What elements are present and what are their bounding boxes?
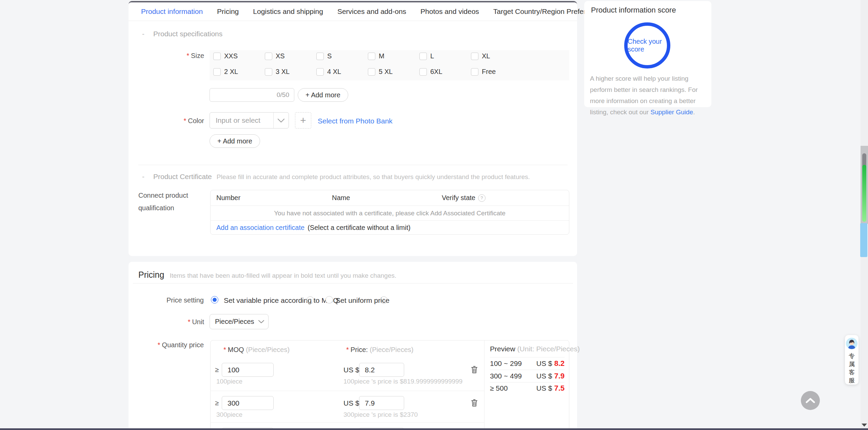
- unit-select[interactable]: Piece/Pieces: [210, 314, 269, 329]
- question-icon[interactable]: ?: [307, 296, 314, 304]
- price-setting-label: Price setting: [150, 296, 204, 304]
- delete-row-icon[interactable]: [471, 399, 478, 407]
- radio-variable-price-label: Set variable price according to MOQ: [224, 296, 338, 305]
- preview-title: Preview (Unit: Piece/Pieces): [490, 345, 580, 353]
- color-select-placeholder: Input or select: [210, 116, 273, 124]
- chevron-down-icon[interactable]: [274, 118, 289, 123]
- certificate-table-footer: Add an association certificate (Select a…: [216, 221, 569, 234]
- supplier-guide-link[interactable]: Supplier Guide: [650, 109, 693, 116]
- radio-uniform-price[interactable]: [326, 296, 333, 304]
- pricing-title: Pricing: [138, 270, 164, 280]
- tab-photos-and-videos[interactable]: Photos and videos: [420, 7, 479, 16]
- price-input-row2[interactable]: [359, 399, 404, 407]
- chevron-down-icon: [254, 320, 268, 324]
- gte-symbol: ≥: [215, 366, 219, 374]
- price-column-header: *Price: (Piece/Pieces): [346, 346, 413, 354]
- size-option-label: 2 XL: [224, 68, 238, 76]
- section-product-specifications: - Product specifications: [142, 30, 222, 38]
- connect-qualification-label: Connect product qualification: [138, 192, 188, 212]
- question-icon[interactable]: ?: [380, 296, 388, 304]
- section-title: Product Certificate: [153, 173, 212, 181]
- char-counter: 0/50: [277, 91, 294, 99]
- size-checkbox-3xl[interactable]: [265, 68, 272, 76]
- custom-size-input-wrap: 0/50: [210, 88, 294, 102]
- preview-tier-price: US $7.5: [536, 384, 565, 393]
- row-divider: [211, 422, 484, 423]
- size-add-more-button[interactable]: + Add more: [298, 88, 348, 102]
- add-association-certificate-link[interactable]: Add an association certificate: [216, 224, 304, 232]
- back-to-top-button[interactable]: [801, 391, 820, 410]
- price-helper-row2: 300piece 's price is $2370: [343, 411, 418, 418]
- pricing-hint: Items that have been auto-filled will ap…: [170, 272, 396, 279]
- required-marker: *: [183, 117, 186, 124]
- size-checkbox-xs[interactable]: [265, 53, 272, 60]
- column-verify-state: Verify state ?: [442, 194, 486, 202]
- moq-input-row1[interactable]: [222, 366, 273, 374]
- scrollbar-thumb-blue[interactable]: [860, 223, 867, 257]
- scroll-progress-green: [862, 165, 866, 222]
- collapse-icon[interactable]: -: [142, 173, 144, 181]
- color-select[interactable]: Input or select: [210, 112, 289, 129]
- moq-input-row1-wrap: [222, 363, 274, 377]
- currency-label: US $: [343, 366, 359, 374]
- size-option-label: XS: [276, 52, 285, 60]
- check-score-label: Check your score: [628, 38, 667, 53]
- size-option-label: S: [327, 52, 332, 60]
- price-input-row1-wrap: [359, 363, 404, 377]
- size-checkbox-xxs[interactable]: [213, 53, 221, 60]
- quantity-price-label: *Quantity price: [150, 341, 204, 349]
- tab-logistics-and-shipping[interactable]: Logistics and shipping: [253, 7, 323, 16]
- preview-tier-range: 300 ~ 499: [490, 372, 522, 380]
- unit-select-value: Piece/Pieces: [210, 318, 254, 326]
- size-field-label: *Size: [157, 52, 204, 60]
- certificate-table-header: Number Name Verify state ?: [211, 190, 569, 206]
- size-option-label: Free: [482, 68, 496, 76]
- score-panel: Product information score Check your sco…: [584, 1, 711, 107]
- delete-row-icon[interactable]: [471, 366, 478, 374]
- header-divider: [133, 283, 573, 284]
- moq-column-header: *MOQ (Piece/Pieces): [223, 346, 290, 354]
- moq-helper-row2: 300piece: [216, 411, 242, 418]
- preview-tier-range: 100 ~ 299: [490, 359, 522, 368]
- tab-services-and-add-ons[interactable]: Services and add-ons: [337, 7, 406, 16]
- scrollbar-down-arrow-icon[interactable]: [862, 424, 867, 427]
- section-title: Product specifications: [153, 30, 222, 38]
- size-checkbox-4xl[interactable]: [316, 68, 324, 76]
- add-certificate-note: (Select a certificate without a limit): [308, 224, 410, 232]
- photo-bank-link[interactable]: Select from Photo Bank: [318, 117, 393, 125]
- size-checkbox-s[interactable]: [316, 53, 324, 60]
- color-add-more-button[interactable]: + Add more: [210, 134, 260, 148]
- pricing-card: Pricing Items that have been auto-filled…: [129, 262, 577, 430]
- custom-size-input[interactable]: [210, 91, 277, 99]
- collapse-icon[interactable]: -: [142, 30, 144, 38]
- radio-variable-price[interactable]: [211, 296, 218, 304]
- unit-field-label: *Unit: [157, 318, 204, 326]
- size-checkbox-2xl[interactable]: [213, 68, 221, 76]
- moq-helper-row1: 100piece: [216, 378, 242, 385]
- size-checkbox-6xl[interactable]: [419, 68, 427, 76]
- pricing-header: Pricing Items that have been auto-filled…: [138, 270, 396, 280]
- size-option-label: XXS: [224, 52, 238, 60]
- size-checkbox-m[interactable]: [368, 53, 375, 60]
- question-icon[interactable]: ?: [478, 194, 486, 202]
- size-option-label: 4 XL: [327, 68, 341, 76]
- size-checkbox-free[interactable]: [471, 68, 478, 76]
- customer-service-widget[interactable]: 专 属 客 服: [845, 335, 859, 385]
- color-field-label: *Color: [157, 117, 204, 125]
- tab-pricing[interactable]: Pricing: [217, 7, 239, 16]
- check-score-button[interactable]: Check your score: [624, 22, 670, 69]
- size-checkbox-l[interactable]: [419, 53, 427, 60]
- size-checkbox-xl[interactable]: [471, 53, 478, 60]
- plus-icon: +: [300, 115, 306, 126]
- preview-tier-price: US $7.9: [536, 372, 565, 380]
- size-checkbox-5xl[interactable]: [368, 68, 375, 76]
- price-input-row1[interactable]: [359, 366, 404, 374]
- bottom-bar: [0, 428, 868, 430]
- preview-tier-range: ≥ 500: [490, 384, 508, 392]
- gte-symbol: ≥: [215, 399, 219, 407]
- moq-input-row2[interactable]: [222, 399, 273, 407]
- certificate-table: Number Name Verify state ? You have not …: [210, 190, 569, 235]
- add-color-image-button[interactable]: +: [295, 112, 311, 129]
- tab-product-information[interactable]: Product information: [141, 7, 203, 16]
- preview-tier-price: US $8.2: [536, 359, 565, 368]
